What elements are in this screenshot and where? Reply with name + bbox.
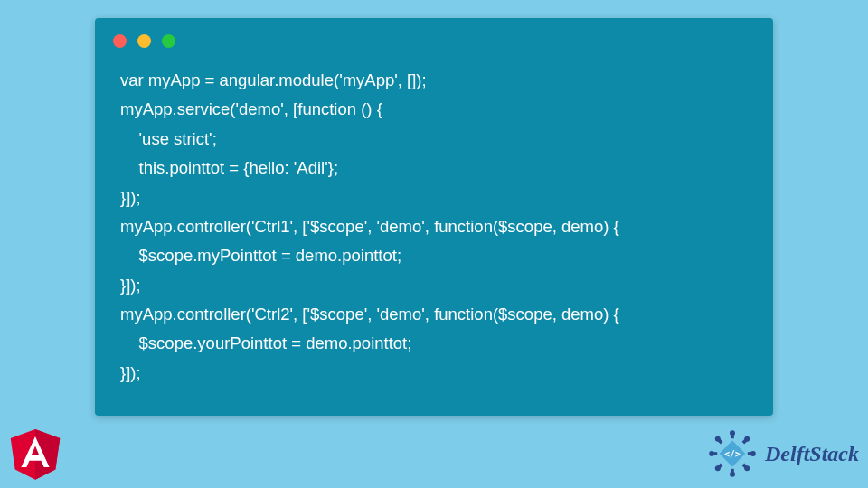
code-line: }]); bbox=[120, 276, 141, 295]
code-line: myApp.service('demo', [function () { bbox=[120, 99, 382, 118]
code-line: 'use strict'; bbox=[120, 129, 217, 148]
code-line: myApp.controller('Ctrl2', ['$scope', 'de… bbox=[120, 305, 619, 324]
maximize-icon bbox=[162, 34, 175, 48]
code-line: $scope.myPointtot = demo.pointtot; bbox=[120, 246, 401, 265]
code-line: }]); bbox=[120, 188, 141, 207]
code-line: myApp.controller('Ctrl1', ['$scope', 'de… bbox=[120, 217, 619, 236]
delftstack-logo: </> DelftStack bbox=[705, 427, 859, 481]
svg-rect-12 bbox=[748, 452, 754, 455]
code-line: $scope.yourPointtot = demo.pointtot; bbox=[120, 333, 411, 352]
window-controls bbox=[95, 18, 773, 57]
angular-logo-icon bbox=[7, 425, 63, 481]
svg-text:</>: </> bbox=[724, 449, 741, 459]
code-window: var myApp = angular.module('myApp', []);… bbox=[95, 18, 773, 416]
code-line: var myApp = angular.module('myApp', []); bbox=[120, 70, 427, 89]
code-block: var myApp = angular.module('myApp', []);… bbox=[95, 57, 773, 406]
code-line: this.pointtot = {hello: 'Adil'}; bbox=[120, 158, 338, 177]
minimize-icon bbox=[137, 34, 151, 48]
svg-rect-16 bbox=[711, 452, 717, 455]
code-line: }]); bbox=[120, 363, 141, 382]
svg-rect-10 bbox=[731, 432, 734, 438]
svg-rect-14 bbox=[731, 469, 734, 475]
delftstack-badge-icon: </> bbox=[705, 427, 760, 481]
delftstack-text: DelftStack bbox=[765, 442, 859, 466]
close-icon bbox=[113, 34, 127, 48]
